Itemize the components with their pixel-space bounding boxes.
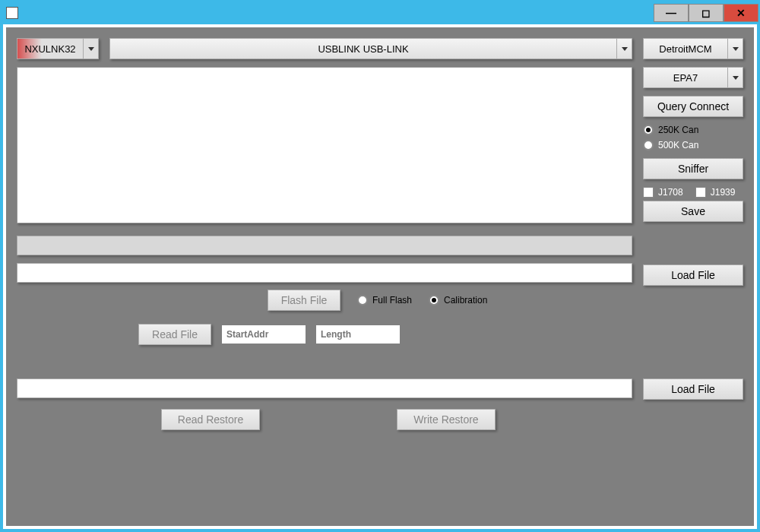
j1939-label: J1939 — [711, 187, 736, 198]
chevron-down-icon — [727, 68, 743, 87]
can-250k-radio[interactable]: 250K Can — [643, 125, 743, 135]
chevron-down-icon — [616, 39, 632, 59]
log-textarea[interactable] — [17, 67, 632, 223]
checkbox-icon — [643, 187, 654, 198]
radio-icon — [429, 295, 439, 306]
flash-file-button[interactable]: Flash File — [268, 290, 340, 311]
read-restore-button[interactable]: Read Restore — [161, 409, 260, 430]
full-flash-label: Full Flash — [372, 295, 412, 306]
app-icon — [6, 7, 18, 19]
client-area: NXULNK32 USBLINK USB-LINK DetroitMCM — [3, 24, 757, 529]
device-dropdown-text: USBLINK USB-LINK — [110, 39, 616, 59]
calibration-radio[interactable]: Calibration — [429, 295, 487, 306]
can-250k-label: 250K Can — [658, 125, 698, 135]
full-flash-radio[interactable]: Full Flash — [357, 295, 412, 306]
maximize-button[interactable]: ◻ — [689, 4, 724, 22]
sniffer-button[interactable]: Sniffer — [643, 158, 743, 179]
calibration-label: Calibration — [444, 295, 487, 306]
epa-dropdown-text: EPA7 — [644, 68, 727, 87]
query-connect-button[interactable]: Query Connect — [643, 96, 743, 117]
read-file-button[interactable]: Read File — [138, 324, 211, 345]
checkbox-icon — [695, 187, 706, 198]
length-input[interactable] — [316, 325, 400, 344]
can-500k-label: 500K Can — [658, 140, 698, 150]
module-dropdown-text: DetroitMCM — [644, 39, 727, 59]
titlebar: — ◻ ✕ — [2, 2, 758, 24]
load-file-button-2[interactable]: Load File — [643, 378, 743, 400]
file-path-field-2[interactable] — [17, 378, 632, 398]
app-window: — ◻ ✕ NXULNK32 USBLINK USB-LINK DetroitM… — [0, 0, 760, 532]
j1708-label: J1708 — [658, 187, 683, 198]
radio-icon — [643, 125, 654, 135]
adapter-dropdown-text: NXULNK32 — [17, 39, 83, 59]
device-dropdown[interactable]: USBLINK USB-LINK — [109, 38, 632, 59]
file-path-field-1[interactable] — [17, 263, 632, 283]
chevron-down-icon — [83, 39, 98, 59]
save-button[interactable]: Save — [643, 201, 743, 222]
j1939-checkbox[interactable]: J1939 — [695, 187, 736, 198]
j1708-checkbox[interactable]: J1708 — [643, 187, 683, 198]
close-button[interactable]: ✕ — [724, 4, 758, 22]
write-restore-button[interactable]: Write Restore — [397, 409, 496, 430]
start-addr-input[interactable] — [222, 325, 306, 344]
can-500k-radio[interactable]: 500K Can — [643, 140, 743, 150]
epa-dropdown[interactable]: EPA7 — [643, 67, 743, 88]
progress-field — [17, 236, 632, 255]
load-file-button-1[interactable]: Load File — [643, 264, 743, 286]
radio-icon — [643, 140, 654, 150]
minimize-button[interactable]: — — [654, 4, 689, 22]
adapter-dropdown[interactable]: NXULNK32 — [17, 38, 99, 59]
form-panel: NXULNK32 USBLINK USB-LINK DetroitMCM — [6, 27, 754, 526]
module-dropdown[interactable]: DetroitMCM — [643, 38, 743, 59]
chevron-down-icon — [727, 39, 743, 59]
radio-icon — [357, 295, 368, 306]
